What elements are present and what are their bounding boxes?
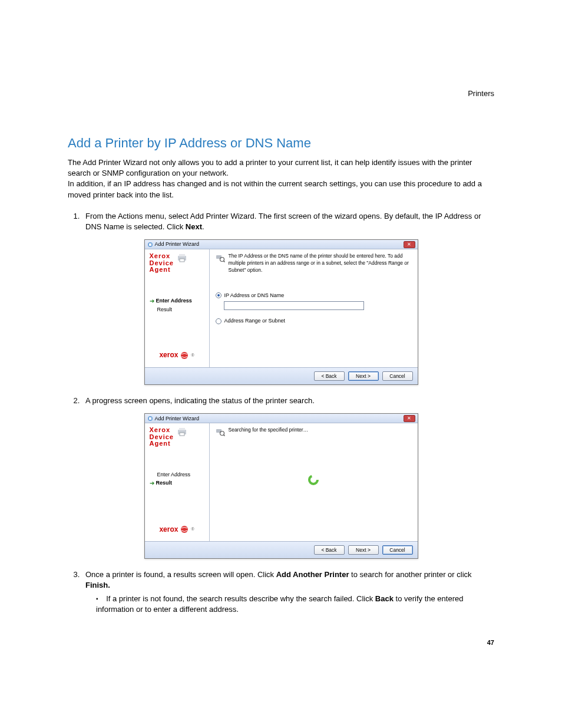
app-icon: [147, 416, 153, 421]
step-arrow-icon: ➔: [150, 297, 154, 305]
radio-ip-address[interactable]: IP Address or DNS Name: [216, 292, 412, 299]
wizard-title: Add Printer Wizard: [155, 241, 404, 248]
registered-mark: ®: [191, 526, 194, 532]
brand-l3: Agent: [150, 266, 171, 273]
back-button[interactable]: < Back: [314, 371, 345, 381]
sub-bold: Back: [375, 594, 394, 603]
step-3-bold1: Add Another Printer: [276, 570, 349, 579]
section-header: Printers: [68, 88, 494, 99]
svg-rect-10: [149, 417, 151, 420]
page-title: Add a Printer by IP Address or DNS Name: [68, 134, 494, 153]
brand-l2: Device: [150, 433, 174, 440]
step-3-mid: to search for another printer or click: [349, 570, 471, 579]
step-2: A progress screen opens, indicating the …: [82, 396, 494, 406]
svg-rect-3: [179, 254, 185, 256]
brand-l3: Agent: [150, 440, 171, 447]
app-icon: [147, 242, 153, 248]
wizard-titlebar: Add Printer Wizard ✕: [145, 240, 418, 249]
svg-rect-1: [149, 243, 151, 246]
printer-icon: [177, 253, 187, 263]
svg-line-8: [223, 261, 224, 262]
cancel-button[interactable]: Cancel: [382, 545, 413, 555]
step-1: From the Actions menu, select Add Printe…: [82, 211, 494, 232]
printer-icon: [177, 427, 187, 437]
registered-mark: ®: [191, 353, 194, 358]
svg-rect-13: [180, 433, 184, 436]
intro-p2: In addition, if an IP address has change…: [68, 179, 482, 199]
svg-rect-12: [179, 428, 185, 430]
step-result-label: Result: [156, 479, 173, 487]
svg-point-5: [181, 352, 188, 359]
magnifier-printer-icon: [216, 427, 225, 436]
xerox-ball-icon: [180, 351, 189, 360]
wizard-titlebar: Add Printer Wizard ✕: [145, 414, 418, 423]
svg-point-14: [181, 526, 188, 533]
svg-point-18: [309, 476, 318, 484]
step-3: Once a printer is found, a results scree…: [82, 569, 494, 615]
wizard-footer: < Back Next > Cancel: [145, 541, 418, 558]
next-button[interactable]: Next >: [348, 545, 379, 555]
svg-point-16: [220, 431, 224, 436]
radio-icon: [216, 292, 222, 298]
intro-p1: The Add Printer Wizard not only allows y…: [68, 158, 472, 177]
step-result-label: Result: [157, 306, 173, 314]
next-button[interactable]: Next >: [348, 371, 379, 381]
xerox-logo: xerox ®: [150, 525, 204, 535]
svg-line-17: [223, 435, 224, 436]
radio-address-range[interactable]: Address Range or Subnet: [216, 317, 412, 325]
close-button[interactable]: ✕: [404, 241, 415, 248]
step-enter-address: Enter Address: [150, 471, 204, 479]
step-result: Result: [150, 306, 204, 314]
wizard-searching: Add Printer Wizard ✕ Xerox Device Agent …: [144, 413, 418, 559]
close-button[interactable]: ✕: [404, 415, 415, 422]
wizard-main: Searching for the specified printer…: [210, 423, 418, 541]
wizard-status: Searching for the specified printer…: [216, 427, 412, 436]
brand-l2: Device: [150, 259, 174, 266]
xerox-word: xerox: [159, 525, 178, 535]
wizard-description: The IP Address or the DNS name of the pr…: [216, 253, 412, 274]
step-1-bold: Next: [186, 222, 202, 231]
step-1-pre: From the Actions menu, select Add Printe…: [85, 212, 481, 231]
step-3-pre: Once a printer is found, a results scree…: [85, 570, 276, 579]
intro-text: The Add Printer Wizard not only allows y…: [68, 157, 494, 200]
brand-block: Xerox Device Agent: [150, 427, 204, 447]
cancel-button[interactable]: Cancel: [382, 371, 413, 381]
brand-block: Xerox Device Agent: [150, 253, 204, 274]
magnifier-printer-icon: [216, 253, 225, 262]
wizard-enter-address: Add Printer Wizard ✕ Xerox Device Agent …: [144, 239, 418, 385]
step-3-sub: If a printer is not found, the search re…: [92, 594, 494, 615]
wizard-sidebar: Xerox Device Agent Enter Address ➔Result…: [145, 423, 210, 541]
wizard-sidebar: Xerox Device Agent ➔Enter Address Result…: [145, 249, 210, 367]
radio-icon: [216, 318, 222, 324]
spinner-icon: [308, 474, 319, 486]
svg-point-7: [220, 258, 224, 262]
step-enter-address: ➔Enter Address: [150, 297, 204, 305]
step-3-bold2: Finish.: [85, 581, 110, 589]
step-result: ➔Result: [150, 479, 204, 487]
radio-ip-label: IP Address or DNS Name: [224, 292, 285, 299]
sub-pre: If a printer is not found, the search re…: [106, 594, 375, 603]
xerox-logo: xerox ®: [150, 350, 204, 360]
wizard-footer: < Back Next > Cancel: [145, 367, 418, 384]
back-button[interactable]: < Back: [314, 545, 345, 555]
page-number: 47: [68, 638, 494, 647]
step-1-post: .: [202, 222, 204, 231]
xerox-word: xerox: [159, 350, 178, 360]
step-arrow-icon: ➔: [150, 479, 154, 487]
xerox-ball-icon: [180, 525, 189, 533]
searching-text: Searching for the specified printer…: [229, 427, 309, 436]
step-enter-label: Enter Address: [157, 471, 191, 479]
step-enter-label: Enter Address: [156, 297, 192, 305]
ip-address-input[interactable]: [224, 301, 364, 310]
wizard-title: Add Printer Wizard: [155, 415, 404, 423]
brand-l1: Xerox: [150, 252, 171, 259]
svg-rect-4: [180, 259, 184, 262]
wizard-desc-text: The IP Address or the DNS name of the pr…: [229, 253, 412, 274]
radio-range-label: Address Range or Subnet: [224, 317, 286, 325]
wizard-main: The IP Address or the DNS name of the pr…: [210, 249, 418, 367]
brand-l1: Xerox: [150, 426, 171, 433]
